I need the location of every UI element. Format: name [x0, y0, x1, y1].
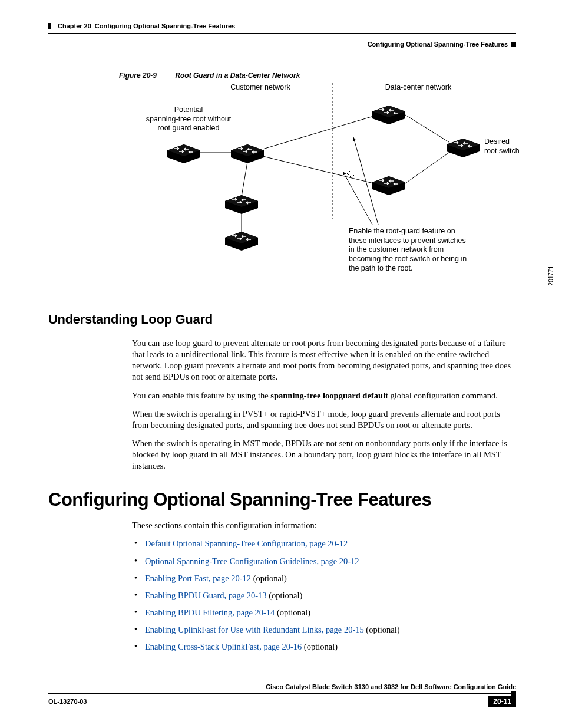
svg-line-9 — [353, 137, 378, 225]
toc-link[interactable]: Optional Spanning-Tree Configuration Gui… — [145, 556, 359, 566]
lg-p2b: global configuration command. — [388, 391, 498, 400]
toc-item: Optional Spanning-Tree Configuration Gui… — [132, 556, 516, 567]
footer-end-icon — [511, 691, 516, 696]
toc-link[interactable]: Enabling Port Fast, page 20-12 — [145, 574, 251, 583]
header-rule — [48, 33, 516, 34]
doc-id: OL-13270-03 — [48, 698, 87, 705]
header-end-icon — [511, 42, 516, 47]
svg-line-11 — [349, 170, 355, 176]
lg-para-2: You can enable this feature by using the… — [132, 390, 516, 401]
svg-line-4 — [263, 116, 373, 149]
footer-rule — [48, 693, 516, 694]
toc-item: Enabling Cross-Stack UplinkFast, page 20… — [132, 641, 516, 653]
running-head-text: Configuring Optional Spanning-Tree Featu… — [368, 41, 508, 48]
figure-number: Figure 20-9 — [119, 71, 157, 80]
toc-link[interactable]: Enabling BPDU Filtering, page 20-14 — [145, 608, 275, 617]
guide-title: Cisco Catalyst Blade Switch 3130 and 303… — [48, 683, 516, 690]
figure-id: 201771 — [548, 266, 554, 285]
header-left: Chapter 20 Configuring Optional Spanning… — [48, 22, 235, 29]
page: Chapter 20 Configuring Optional Spanning… — [0, 0, 562, 728]
toc-item: Enabling BPDU Guard, page 20-13 (optiona… — [132, 590, 516, 601]
toc-suffix: (optional) — [302, 642, 338, 651]
heading-loop-guard: Understanding Loop Guard — [48, 312, 516, 327]
toc-link[interactable]: Enabling Cross-Stack UplinkFast, page 20… — [145, 642, 302, 651]
lg-cmd: spanning-tree loopguard default — [270, 391, 388, 400]
figure-area: Customer network Data-center network Pot… — [119, 83, 520, 295]
svg-line-6 — [405, 115, 449, 142]
fig-label-datacenter: Data-center network — [371, 83, 465, 93]
lg-p2a: You can enable this feature by using the — [132, 391, 270, 400]
figure-title: Root Guard in a Data-Center Network — [175, 71, 300, 80]
footer-row: OL-13270-03 20-11 — [48, 696, 516, 707]
heading-config-ostf: Configuring Optional Spanning-Tree Featu… — [48, 489, 516, 510]
toc-suffix: (optional) — [267, 591, 303, 600]
toc-item: Enabling UplinkFast for Use with Redunda… — [132, 624, 516, 635]
toc-item: Default Optional Spanning-Tree Configura… — [132, 538, 516, 549]
footer: Cisco Catalyst Blade Switch 3130 and 303… — [48, 683, 516, 707]
loop-guard-body: You can use loop guard to prevent altern… — [132, 338, 516, 472]
chapter-label: Chapter 20 — [58, 22, 91, 29]
toc-link[interactable]: Enabling UplinkFast for Use with Redunda… — [145, 625, 364, 634]
toc-suffix: (optional) — [364, 625, 400, 634]
running-head: Configuring Optional Spanning-Tree Featu… — [48, 41, 516, 48]
toc-link[interactable]: Default Optional Spanning-Tree Configura… — [145, 539, 348, 548]
fig-label-enable: Enable the root-guard feature on these i… — [349, 227, 472, 273]
lg-para-3: When the switch is operating in PVST+ or… — [132, 409, 516, 431]
lg-para-4: When the switch is operating in MST mode… — [132, 438, 516, 472]
chapter-title: Configuring Optional Spanning-Tree Featu… — [95, 22, 235, 29]
fig-label-desired: Desired root switch — [484, 137, 531, 156]
page-number: 20-11 — [488, 696, 516, 707]
fig-label-customer: Customer network — [219, 83, 302, 93]
config-body: These sections contain this configuratio… — [132, 520, 516, 653]
lg-para-1: You can use loop guard to prevent altern… — [132, 338, 516, 383]
toc-item: Enabling Port Fast, page 20-12 (optional… — [132, 573, 516, 584]
figure-caption: Figure 20-9 Root Guard in a Data-Center … — [119, 71, 516, 80]
toc-item: Enabling BPDU Filtering, page 20-14 (opt… — [132, 607, 516, 618]
header-mark-icon — [48, 23, 51, 29]
toc-suffix: (optional) — [275, 608, 310, 617]
header-row: Chapter 20 Configuring Optional Spanning… — [48, 22, 516, 29]
config-intro: These sections contain this configuratio… — [132, 520, 516, 531]
svg-line-2 — [242, 162, 247, 196]
toc-link[interactable]: Enabling BPDU Guard, page 20-13 — [145, 591, 267, 600]
svg-line-7 — [405, 153, 449, 183]
toc-list: Default Optional Spanning-Tree Configura… — [132, 538, 516, 653]
fig-label-potential: Potential spanning-tree root without roo… — [130, 106, 247, 133]
svg-line-5 — [263, 156, 373, 183]
toc-suffix: (optional) — [251, 574, 287, 583]
